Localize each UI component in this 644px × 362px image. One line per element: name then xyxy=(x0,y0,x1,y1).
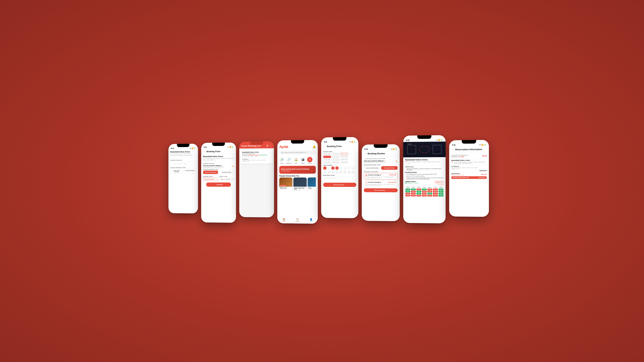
field-4[interactable]: 4 xyxy=(335,166,338,170)
review-booking-btn[interactable]: Review Booking → xyxy=(364,188,398,192)
nav-home[interactable]: 🏠 Home xyxy=(278,218,291,222)
slot-12[interactable]: 17:00 - 18:00 xyxy=(340,161,348,164)
nav-header: ← Booking Form xyxy=(201,148,236,154)
slot-7[interactable]: 12:00 - 13:00 xyxy=(323,159,331,161)
countdown-row: Complete The Payment In Booking ID #7035… xyxy=(451,154,487,158)
tc-sat-2: 08:00 xyxy=(433,191,438,192)
filter-icon[interactable]: ⊞ xyxy=(266,144,268,147)
nav-bookings[interactable]: 📋 Bookings xyxy=(291,218,304,222)
slot-4[interactable]: 11:00 - 12:00 xyxy=(323,156,331,158)
venue-detail-name: Basketball Indoor Arena xyxy=(405,159,444,161)
package-a[interactable]: Premium Package A Rp500.000 Premium Pack… xyxy=(364,173,398,180)
tc-mon-1[interactable]: 07:00 xyxy=(405,189,410,190)
cat-see-all[interactable]: ☰ See All xyxy=(307,157,312,164)
venue-card-2[interactable]: Batununggal Indah Club Kota Bandung xyxy=(294,177,307,191)
field-14[interactable]: 14 xyxy=(344,170,347,174)
edit-icon[interactable]: ✏️ xyxy=(232,165,234,167)
cat-badminton[interactable]: 🏸 Badminton xyxy=(286,157,292,164)
tc-sun-2[interactable]: 08:00 xyxy=(438,191,444,192)
more-icon[interactable]: ⋮ xyxy=(270,144,272,147)
field-5[interactable]: 5 xyxy=(339,166,343,170)
cat-billiard[interactable]: 🎱 Billiard xyxy=(300,157,306,164)
field-11[interactable]: 11 xyxy=(331,170,334,174)
package-btn[interactable]: Booking Package xyxy=(381,166,398,170)
field-9[interactable]: 9 xyxy=(323,170,326,174)
field-13[interactable]: 13 xyxy=(339,170,343,174)
tc-sun-4[interactable]: 10:00 xyxy=(438,195,444,196)
tc-thu-1[interactable]: 07:00 xyxy=(422,189,427,190)
slot-3[interactable]: 10:00 - 11:00 xyxy=(340,153,348,155)
slot-1[interactable]: 08:00 - 09:00 xyxy=(323,153,331,155)
member-price: -Rp30.000 xyxy=(481,174,487,175)
res-addr: Jl. Pintu Satu Senayan, RT.1/RW.3, Gelor… xyxy=(454,161,487,164)
tc-sun-1[interactable]: 07:00 xyxy=(438,189,444,190)
package-inactive[interactable]: Booking Package xyxy=(219,171,234,174)
package-label: CHOOSE A PACKAGE* xyxy=(364,171,398,172)
battery: 🔋 xyxy=(232,146,234,148)
package-b[interactable]: Premium Package B Rp2.000.000 Premium Pa… xyxy=(364,180,398,187)
venue-select[interactable]: Venue A ▼ xyxy=(434,181,444,183)
ticket-select[interactable]: Venue A + Venue B...▼ xyxy=(219,178,234,181)
detail-item-1: • Standard field lighting, using the sta… xyxy=(405,168,444,170)
date-tue: 03/10 xyxy=(411,187,416,188)
bc-type: Venue Reservation Arena xyxy=(242,153,271,154)
signal: ▪▪▪ xyxy=(436,139,438,141)
detail-title: Detail Venue xyxy=(405,166,444,168)
search-bar[interactable]: 🔍 xyxy=(279,150,316,154)
tc-sun-3[interactable]: 09:00 xyxy=(438,193,444,194)
notch xyxy=(374,144,388,148)
back-btn[interactable]: ← xyxy=(451,148,454,151)
venue-btn[interactable]: Venue Ticket Booking xyxy=(364,166,380,170)
field-12[interactable]: 12 xyxy=(335,170,338,174)
venue-ticket-active[interactable]: Venue Ticket Booking xyxy=(203,171,218,174)
tc-fri-2: 08:00 xyxy=(427,191,432,192)
cat-golf[interactable]: ⛳ Golf xyxy=(293,157,299,164)
nav-home-label: Home xyxy=(282,221,286,222)
date-btn[interactable]: 21st January 2025 xyxy=(203,178,218,181)
field-1[interactable]: 1 xyxy=(323,166,326,170)
nav-header: ← Booking Form xyxy=(321,143,358,149)
reservation-content: Complete The Payment In Booking ID #7035… xyxy=(449,152,489,180)
field-6[interactable]: 6 xyxy=(344,166,347,170)
edit-icon[interactable]: ✏️ xyxy=(396,161,398,162)
tc-fri-3[interactable]: 09:00 xyxy=(427,193,432,194)
field-3[interactable]: 3 xyxy=(331,166,334,170)
slot-11[interactable]: 16:00 - 17:00 xyxy=(332,161,340,164)
field-2[interactable]: 2 xyxy=(327,166,330,170)
field-16[interactable]: 16 xyxy=(352,170,355,174)
categories: 🎾 Tennis 🏸 Badminton ⛳ Golf 🎱 xyxy=(279,156,316,165)
time: 9:41 xyxy=(324,141,327,143)
venue-ticket-btn[interactable]: Venue Ticket Booking xyxy=(170,169,183,173)
notch xyxy=(177,144,189,147)
tc-tue-1[interactable]: 07:00 xyxy=(411,189,416,190)
venue-detail-addr: 📍 Jl. Pintu Satu Senayan, RT.1/RW.3, Gel… xyxy=(405,161,444,164)
nav-profile[interactable]: 👤 Profile xyxy=(304,218,318,222)
promo-row: PROMO VENUE BOOK 50% -Rp150.000 xyxy=(451,176,487,179)
categories-row: 🎾 Tennis 🏸 Badminton ⛳ Golf 🎱 xyxy=(278,156,318,165)
field-grid: 1 2 3 4 5 6 7 8 9 10 11 12 13 14 15 16 xyxy=(323,166,356,174)
notification-icon[interactable]: 🔔 xyxy=(312,145,316,148)
venue-card-1[interactable]: Most Popular Bakjer Arena Kota Bandung xyxy=(279,177,292,191)
kembali-btn[interactable]: ← Kembali xyxy=(404,143,413,145)
field-8[interactable]: 8 xyxy=(352,166,355,170)
complete-label: Complete The Payment In xyxy=(451,154,468,156)
field-10[interactable]: 10 xyxy=(327,170,330,174)
review-btn[interactable]: Review Booking → xyxy=(323,183,356,187)
tc-mon-2[interactable]: 08:00 xyxy=(405,191,410,192)
field-15[interactable]: 15 xyxy=(348,170,351,174)
venue-card-3[interactable]: Game... Kota B... xyxy=(308,177,316,191)
back-btn[interactable]: ← xyxy=(323,145,326,148)
tc-wed-3[interactable]: 09:00 xyxy=(416,193,421,194)
package-btn[interactable]: Booking Package xyxy=(184,169,196,173)
tc-mon-3: 09:00 xyxy=(405,193,410,194)
tc-wed-2[interactable]: 08:00 xyxy=(416,191,421,192)
back-btn[interactable]: ← xyxy=(364,152,366,155)
back-btn[interactable]: ← xyxy=(203,150,205,153)
package-b-price: Rp2.000.000 xyxy=(388,182,396,183)
continue-btn[interactable]: → Continue xyxy=(206,183,231,187)
search-input[interactable] xyxy=(284,151,314,153)
notes-area[interactable]: Type an additional note xyxy=(323,177,356,182)
cat-tennis[interactable]: 🎾 Tennis xyxy=(279,157,284,164)
slot-9[interactable]: 13:00 - 14:00 xyxy=(340,158,348,161)
field-7[interactable]: 7 xyxy=(348,166,351,170)
